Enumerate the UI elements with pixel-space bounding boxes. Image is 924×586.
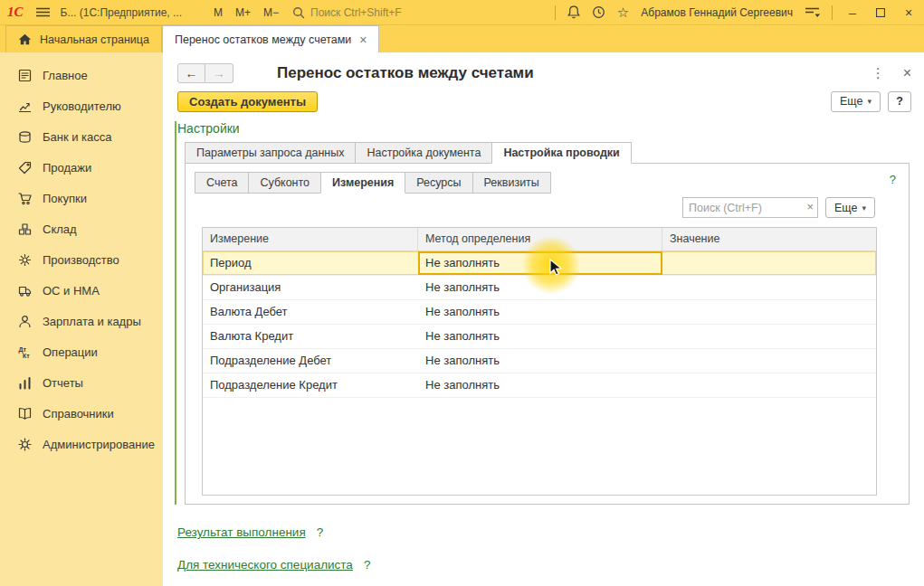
memory-mminus-button[interactable]: M−	[259, 5, 283, 21]
maximize-button[interactable]	[872, 8, 889, 17]
table-row[interactable]: Период Не заполнять	[203, 251, 876, 276]
tab-posting-settings[interactable]: Настройка проводки	[491, 142, 631, 164]
posting-subtabs: Счета Субконто Измерения Ресурсы Реквизи…	[195, 172, 550, 194]
tab-resources[interactable]: Ресурсы	[405, 172, 472, 194]
page-tabs-bar: Начальная страница Перенос остатков межд…	[0, 25, 924, 52]
tab-label: Начальная страница	[40, 33, 149, 46]
tab-query-parameters[interactable]: Параметры запроса данных	[185, 142, 356, 164]
memory-mplus-button[interactable]: M+	[231, 5, 255, 21]
truck-icon	[18, 284, 32, 298]
person-icon	[18, 315, 32, 328]
forward-button[interactable]: →	[205, 63, 233, 83]
chevron-down-icon: ▾	[862, 203, 866, 213]
memory-m-button[interactable]: M	[209, 5, 227, 21]
form-toolbar: Создать документы Еще ▾ ?	[177, 90, 911, 112]
form-header-actions: ⋮ ×	[872, 65, 911, 81]
global-search-placeholder: Поиск Ctrl+Shift+F	[310, 6, 402, 19]
tech-specialist-link[interactable]: Для технического специалиста	[177, 558, 353, 572]
sidebar-item-main[interactable]: Главное	[0, 60, 163, 90]
cell-value[interactable]	[662, 300, 876, 324]
close-tab-icon[interactable]: ×	[359, 33, 367, 46]
table-row[interactable]: Валюта Дебет Не заполнять	[203, 300, 876, 325]
minimize-button[interactable]: –	[844, 5, 861, 20]
cell-dimension[interactable]: Период	[203, 251, 418, 275]
history-icon[interactable]	[592, 5, 605, 19]
notifications-bell-icon[interactable]	[567, 5, 580, 19]
divider	[555, 5, 556, 20]
tab-transfer-balances[interactable]: Перенос остатков между счетами ×	[162, 25, 380, 52]
posting-settings-panel: Счета Субконто Измерения Ресурсы Реквизи…	[185, 163, 910, 505]
sidebar-item-manager[interactable]: Руководителю	[0, 90, 163, 121]
table-row[interactable]: Валюта Кредит Не заполнять	[203, 325, 876, 349]
tab-home-page[interactable]: Начальная страница	[5, 25, 162, 52]
panel-help-button[interactable]: ?	[890, 173, 896, 186]
cell-method-active[interactable]: Не заполнять	[418, 251, 662, 275]
cell-method[interactable]: Не заполнять	[418, 300, 662, 324]
divider	[832, 5, 833, 20]
tab-accounts[interactable]: Счета	[195, 172, 249, 194]
favorites-star-icon[interactable]: ☆	[617, 5, 629, 19]
kebab-menu-icon[interactable]: ⋮	[872, 65, 885, 81]
cell-value[interactable]	[662, 349, 876, 373]
more-button[interactable]: Еще ▾	[831, 91, 881, 112]
tab-subconto[interactable]: Субконто	[248, 172, 321, 194]
cell-dimension[interactable]: Валюта Кредит	[203, 325, 418, 348]
table-more-button[interactable]: Еще ▾	[825, 197, 875, 218]
sidebar-item-sales[interactable]: Продажи	[0, 152, 163, 183]
sidebar-item-purchases[interactable]: Покупки	[0, 183, 163, 213]
tab-attributes[interactable]: Реквизиты	[472, 172, 551, 194]
cell-method[interactable]: Не заполнять	[418, 276, 662, 299]
result-group: Результат выполнения ?	[177, 525, 323, 539]
column-header-value[interactable]: Значение	[662, 228, 876, 250]
settings-tabs: Параметры запроса данных Настройка докум…	[185, 142, 631, 164]
cell-method[interactable]: Не заполнять	[418, 325, 662, 348]
settings-group-header[interactable]: Настройки	[177, 121, 240, 136]
create-documents-button[interactable]: Создать документы	[177, 91, 318, 112]
cell-value[interactable]	[662, 373, 876, 397]
sidebar-item-production[interactable]: Производство	[0, 244, 163, 275]
tab-dimensions[interactable]: Измерения	[320, 172, 405, 194]
table-row[interactable]: Подразделение Дебет Не заполнять	[203, 349, 876, 373]
gear-icon	[18, 438, 32, 451]
form-header: ← → Перенос остатков между счетами ⋮ ×	[177, 61, 911, 85]
close-window-button[interactable]: ×	[900, 5, 917, 20]
cell-method[interactable]: Не заполнять	[418, 349, 662, 373]
help-button[interactable]: ?	[888, 91, 911, 112]
table-row[interactable]: Подразделение Кредит Не заполнять	[203, 373, 876, 398]
home-icon	[18, 33, 32, 45]
table-row[interactable]: Организация Не заполнять	[203, 276, 876, 300]
sidebar-item-payroll[interactable]: Зарплата и кадры	[0, 306, 163, 336]
boxes-icon	[18, 222, 32, 236]
column-header-method[interactable]: Метод определения	[418, 228, 662, 250]
dimensions-table: Измерение Метод определения Значение Пер…	[202, 227, 877, 496]
close-form-icon[interactable]: ×	[903, 66, 911, 80]
sidebar-item-references[interactable]: Справочники	[0, 398, 163, 429]
price-tag-icon	[18, 161, 32, 175]
table-search-input[interactable]	[682, 197, 818, 218]
cell-dimension[interactable]: Организация	[203, 276, 418, 299]
sidebar-item-fixed-assets[interactable]: ОС и НМА	[0, 275, 163, 306]
tab-document-settings[interactable]: Настройка документа	[355, 142, 492, 164]
sidebar-item-bank-cash[interactable]: Банк и касса	[0, 121, 163, 152]
back-button[interactable]: ←	[177, 63, 205, 83]
cell-dimension[interactable]: Подразделение Кредит	[203, 373, 418, 397]
cell-method[interactable]: Не заполнять	[418, 373, 662, 397]
result-link[interactable]: Результат выполнения	[177, 525, 306, 539]
cell-value[interactable]	[662, 325, 876, 348]
cell-dimension[interactable]: Подразделение Дебет	[203, 349, 418, 373]
cell-dimension[interactable]: Валюта Дебет	[203, 300, 418, 324]
column-header-dimension[interactable]: Измерение	[203, 228, 418, 250]
sidebar-item-reports[interactable]: Отчеты	[0, 367, 163, 398]
global-search[interactable]: Поиск Ctrl+Shift+F	[292, 6, 402, 19]
hamburger-menu-icon[interactable]	[36, 7, 50, 17]
sidebar-item-operations[interactable]: ДтКт Операции	[0, 336, 163, 367]
navigation-buttons: ← →	[177, 63, 233, 83]
cell-value[interactable]	[662, 251, 876, 275]
service-menu-icon[interactable]	[805, 7, 820, 18]
result-help-button[interactable]: ?	[317, 525, 324, 539]
clear-search-icon[interactable]: ×	[806, 201, 814, 213]
sidebar-item-administration[interactable]: Администрирование	[0, 429, 163, 459]
sidebar-item-warehouse[interactable]: Склад	[0, 213, 163, 244]
cell-value[interactable]	[662, 276, 876, 299]
tech-help-button[interactable]: ?	[364, 558, 371, 572]
